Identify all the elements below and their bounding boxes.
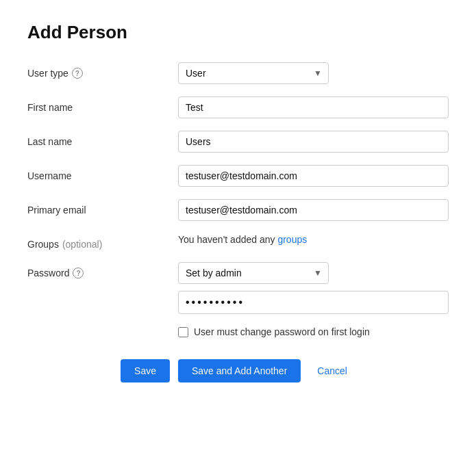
last-name-label: Last name <box>27 131 178 147</box>
primary-email-row: Primary email <box>27 199 449 221</box>
password-control: Set by admin Set by user Random ▼ <box>178 262 449 314</box>
first-name-input[interactable] <box>178 96 449 118</box>
last-name-input[interactable] <box>178 131 449 153</box>
username-input[interactable] <box>178 165 449 187</box>
user-type-control: User Admin Staff ▼ <box>178 62 449 84</box>
password-type-select[interactable]: Set by admin Set by user Random <box>178 262 329 284</box>
user-type-select[interactable]: User Admin Staff <box>178 62 329 84</box>
password-help-icon[interactable]: ? <box>73 268 84 278</box>
last-name-control <box>178 131 449 153</box>
primary-email-input[interactable] <box>178 199 449 221</box>
user-type-row: User type ? User Admin Staff ▼ <box>27 62 449 84</box>
change-password-row: User must change password on first login <box>178 326 449 337</box>
groups-label: Groups (optional) <box>27 233 178 250</box>
password-input[interactable] <box>178 291 449 314</box>
password-field-wrapper <box>178 291 449 314</box>
user-type-help-icon[interactable]: ? <box>72 68 83 79</box>
first-name-row: First name <box>27 96 449 118</box>
first-name-control <box>178 96 449 118</box>
last-name-row: Last name <box>27 131 449 153</box>
password-row: Password ? Set by admin Set by user Rand… <box>27 262 449 314</box>
cancel-button[interactable]: Cancel <box>309 359 355 382</box>
groups-link[interactable]: groups <box>277 234 307 245</box>
footer-buttons: Save Save and Add Another Cancel <box>27 359 449 382</box>
groups-empty-text: You haven't added any groups <box>178 229 307 245</box>
save-and-add-button[interactable]: Save and Add Another <box>178 359 301 382</box>
groups-control: You haven't added any groups <box>178 233 449 246</box>
user-type-label: User type ? <box>27 62 178 79</box>
password-type-select-wrapper: Set by admin Set by user Random ▼ <box>178 262 329 284</box>
username-label: Username <box>27 165 178 181</box>
first-name-label: First name <box>27 96 178 113</box>
primary-email-label: Primary email <box>27 199 178 216</box>
change-password-label: User must change password on first login <box>194 326 370 337</box>
username-control <box>178 165 449 187</box>
user-type-select-wrapper: User Admin Staff ▼ <box>178 62 329 84</box>
password-label: Password ? <box>27 262 178 278</box>
groups-optional-label: (optional) <box>62 239 102 250</box>
primary-email-control <box>178 199 449 221</box>
change-password-checkbox[interactable] <box>178 327 188 337</box>
page-title: Add Person <box>27 22 449 43</box>
username-row: Username <box>27 165 449 187</box>
save-button[interactable]: Save <box>121 359 170 382</box>
groups-row: Groups (optional) You haven't added any … <box>27 233 449 250</box>
